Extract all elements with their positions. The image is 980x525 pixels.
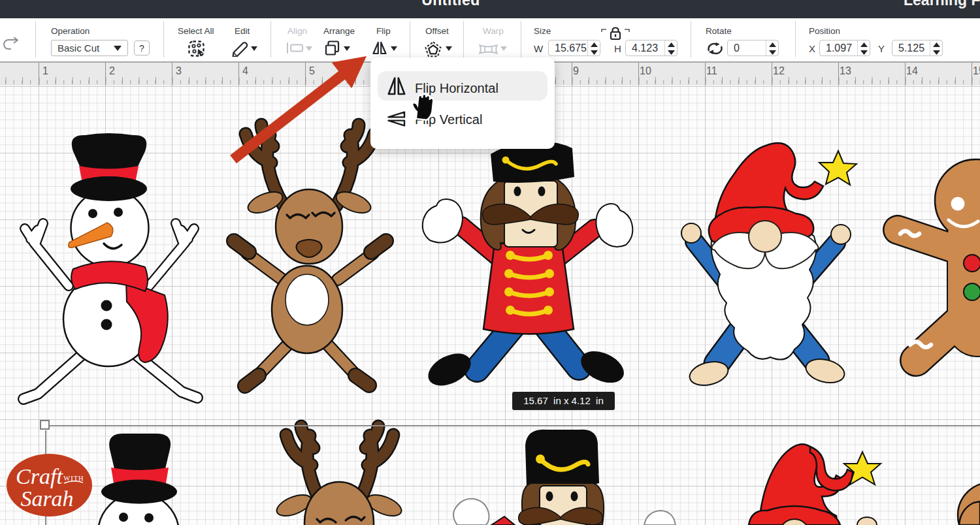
svg-text:Craft: Craft [16,464,63,488]
svg-text:Sarah: Sarah [20,486,73,511]
